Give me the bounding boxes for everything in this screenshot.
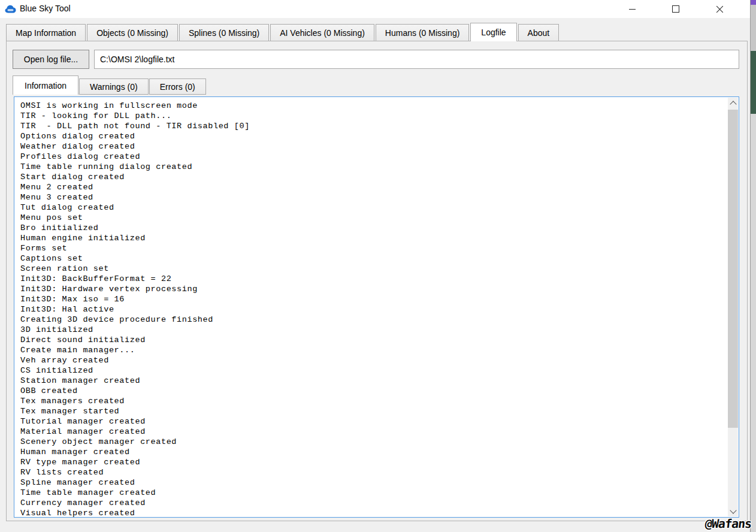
- subtab-warnings[interactable]: Warnings (0): [79, 78, 149, 95]
- subtab-information[interactable]: Information: [13, 75, 78, 95]
- desktop-edge-gray: [751, 5, 756, 51]
- main-tab-strip: Map Information Objects (0 Missing) Spli…: [6, 22, 559, 41]
- scroll-down-button[interactable]: [728, 506, 738, 516]
- logfile-path-input[interactable]: [94, 50, 739, 69]
- log-memo[interactable]: OMSI is working in fullscreen mode TIR -…: [14, 96, 739, 518]
- maximize-button[interactable]: [662, 0, 690, 18]
- scrollbar-thumb[interactable]: [728, 110, 738, 428]
- maximize-icon: [672, 5, 679, 13]
- tab-humans[interactable]: Humans (0 Missing): [376, 24, 469, 41]
- tab-splines[interactable]: Splines (0 Missing): [179, 24, 269, 41]
- logfile-tab-page: Open log file... Information Warnings (0…: [6, 41, 748, 521]
- close-icon: [716, 5, 724, 13]
- watermark: @Wafans: [704, 516, 752, 531]
- vertical-scrollbar[interactable]: [728, 98, 738, 516]
- desktop-edge-purple: [751, 0, 756, 5]
- minimize-button[interactable]: [618, 0, 646, 18]
- log-sub-tab-strip: Information Warnings (0) Errors (0): [13, 75, 206, 95]
- titlebar: Blue Sky Tool: [0, 0, 750, 18]
- desktop-edge-strip: [750, 0, 756, 532]
- close-button[interactable]: [706, 0, 733, 18]
- chevron-down-icon: [730, 507, 736, 513]
- subtab-errors[interactable]: Errors (0): [149, 78, 206, 95]
- tab-about[interactable]: About: [518, 24, 560, 41]
- chevron-up-icon: [730, 101, 736, 107]
- desktop-edge-green: [751, 51, 756, 114]
- window-title: Blue Sky Tool: [20, 4, 71, 13]
- minimize-icon: [629, 9, 636, 10]
- cloud-app-icon: [5, 5, 16, 13]
- open-log-file-button[interactable]: Open log file...: [13, 50, 89, 69]
- scroll-up-button[interactable]: [728, 98, 738, 108]
- tab-logfile[interactable]: Logfile: [470, 23, 516, 41]
- tab-ai-vehicles[interactable]: AI Vehicles (0 Missing): [270, 24, 374, 41]
- tab-map-information[interactable]: Map Information: [6, 24, 86, 41]
- log-text: OMSI is working in fullscreen mode TIR -…: [14, 97, 728, 517]
- tab-objects[interactable]: Objects (0 Missing): [87, 24, 178, 41]
